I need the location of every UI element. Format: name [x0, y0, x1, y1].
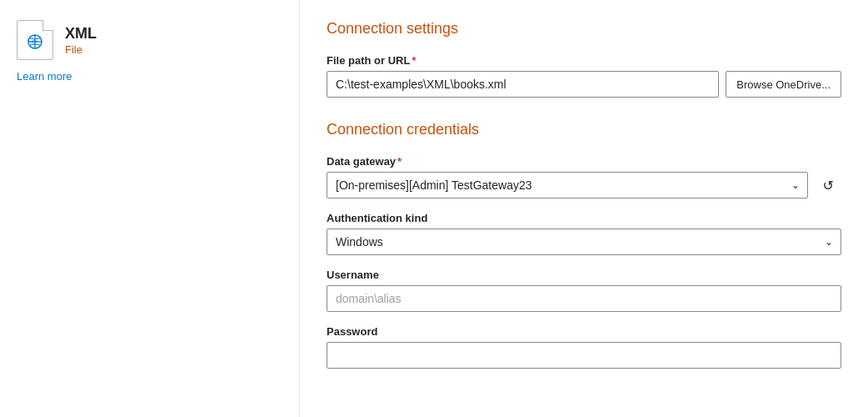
connection-settings-title: Connection settings	[327, 20, 841, 38]
sidebar-header: <> XML File	[17, 20, 97, 60]
main-content: Connection settings File path or URL* Br…	[300, 0, 868, 417]
file-path-row: Browse OneDrive...	[327, 71, 841, 98]
xml-file-icon: <>	[17, 20, 53, 60]
username-field-group: Username	[327, 269, 841, 312]
data-gateway-label: Data gateway*	[327, 155, 841, 168]
auth-kind-dropdown-wrapper: Windows ⌄	[327, 229, 841, 255]
data-gateway-dropdown-wrapper: [On-premises][Admin] TestGateway23 ⌄	[327, 172, 808, 198]
connection-settings-section: Connection settings File path or URL* Br…	[327, 20, 841, 98]
password-label: Password	[327, 325, 841, 338]
username-input[interactable]	[327, 285, 841, 312]
file-path-field-group: File path or URL* Browse OneDrive...	[327, 54, 841, 98]
svg-text:<>: <>	[31, 38, 37, 45]
sidebar-subtitle: File	[65, 43, 97, 56]
connection-credentials-section: Connection credentials Data gateway* [On…	[327, 121, 841, 369]
data-gateway-required: *	[397, 155, 402, 168]
password-input[interactable]	[327, 342, 841, 369]
credentials-title: Connection credentials	[327, 121, 841, 138]
data-gateway-select[interactable]: [On-premises][Admin] TestGateway23	[327, 172, 808, 198]
file-path-required: *	[412, 54, 416, 67]
username-label: Username	[327, 269, 841, 281]
refresh-button[interactable]: ↻	[815, 172, 841, 198]
password-field-group: Password	[327, 325, 841, 369]
auth-kind-select[interactable]: Windows	[327, 229, 841, 255]
file-path-input[interactable]	[327, 71, 719, 98]
data-gateway-row: [On-premises][Admin] TestGateway23 ⌄ ↻	[327, 172, 841, 198]
sidebar-title-group: XML File	[65, 25, 97, 56]
learn-more-link[interactable]: Learn more	[17, 70, 72, 83]
refresh-icon: ↻	[823, 178, 834, 193]
data-gateway-field-group: Data gateway* [On-premises][Admin] TestG…	[327, 155, 841, 198]
sidebar: <> XML File Learn more	[0, 0, 300, 417]
browse-onedrive-button[interactable]: Browse OneDrive...	[726, 71, 841, 98]
file-path-label: File path or URL*	[327, 54, 841, 67]
auth-kind-field-group: Authentication kind Windows ⌄	[327, 212, 841, 255]
sidebar-title: XML	[65, 25, 97, 43]
auth-kind-label: Authentication kind	[327, 212, 841, 224]
